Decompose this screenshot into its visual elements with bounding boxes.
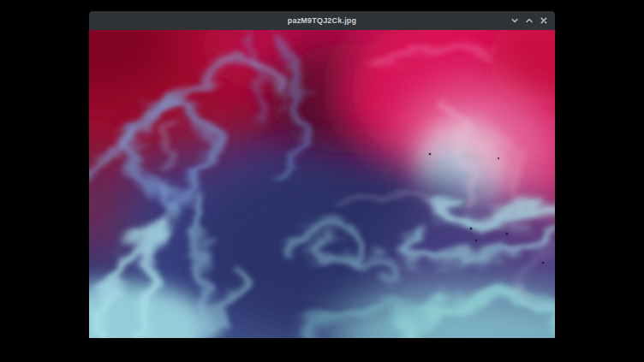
chevron-up-icon xyxy=(525,16,534,25)
window-titlebar[interactable]: pazM9TQJ2Ck.jpg xyxy=(89,11,555,30)
image-viewport[interactable] xyxy=(89,30,555,338)
ink-photo xyxy=(89,30,555,338)
chevron-down-icon xyxy=(510,16,519,25)
window-title: pazM9TQJ2Ck.jpg xyxy=(89,11,555,30)
image-viewer-window: pazM9TQJ2Ck.jpg xyxy=(89,11,555,338)
close-button[interactable] xyxy=(538,14,550,27)
desktop-background: pazM9TQJ2Ck.jpg xyxy=(0,0,644,362)
maximize-button[interactable] xyxy=(523,14,535,27)
minimize-button[interactable] xyxy=(509,14,521,27)
close-icon xyxy=(540,16,548,25)
window-controls xyxy=(509,11,550,30)
